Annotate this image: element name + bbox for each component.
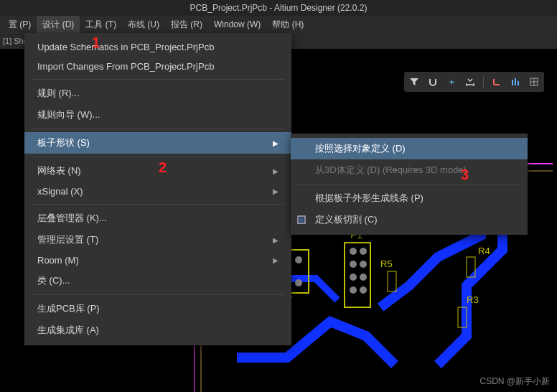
board-shape-submenu: 按照选择对象定义 (D) 从3D体定义 (D) (Requires 3D mod… (291, 134, 528, 235)
submenu-define-from-selected[interactable]: 按照选择对象定义 (D) (291, 138, 528, 159)
menu-separator (32, 204, 284, 205)
submenu-arrow-icon: ▶ (273, 236, 278, 244)
design-menu-dropdown: Update Schematics in PCB_Project.PrjPcb … (24, 33, 291, 345)
menu-reports[interactable]: 报告 (R) (165, 16, 208, 34)
grid-icon[interactable] (528, 76, 540, 88)
submenu-arrow-icon: ▶ (273, 187, 278, 195)
menu-make-int-lib[interactable]: 生成集成库 (A) (24, 319, 291, 341)
submenu-arrow-icon: ▶ (273, 167, 278, 175)
toolbar-separator (483, 76, 484, 88)
svg-point-16 (360, 286, 367, 294)
filter-icon[interactable] (408, 76, 420, 88)
menu-separator (32, 157, 284, 157)
svg-point-11 (350, 261, 357, 268)
menu-room[interactable]: Room (M)▶ (24, 251, 291, 270)
menu-layer-settings[interactable]: 管理层设置 (T)▶ (24, 229, 291, 251)
menu-tools[interactable]: 工具 (T) (80, 16, 122, 34)
menu-help[interactable]: 帮助 (H) (266, 16, 309, 34)
menu-separator (298, 184, 520, 185)
submenu-define-from-3d: 从3D体定义 (D) (Requires 3D mode) (291, 159, 528, 181)
svg-text:R5: R5 (380, 258, 393, 269)
svg-point-14 (360, 274, 367, 281)
menu-place[interactable]: 置 (P) (3, 16, 37, 34)
menu-separator (32, 129, 284, 129)
snap-icon[interactable] (427, 76, 439, 88)
svg-point-19 (295, 256, 302, 263)
menu-import-changes[interactable]: Import Changes From PCB_Project.PrjPcb (24, 57, 291, 76)
menu-netlist[interactable]: 网络表 (N)▶ (24, 160, 291, 182)
menu-bar: 置 (P) 设计 (D) 工具 (T) 布线 (U) 报告 (R) Window… (0, 16, 557, 33)
menu-xsignal[interactable]: xSignal (X)▶ (24, 182, 291, 201)
svg-rect-22 (388, 271, 396, 291)
dimension-icon[interactable] (464, 76, 476, 88)
svg-text:R3: R3 (467, 294, 479, 305)
menu-update-schematics[interactable]: Update Schematics in PCB_Project.PrjPcb (24, 37, 291, 57)
menu-separator (32, 294, 284, 295)
plus-icon[interactable]: ＋ (446, 76, 457, 88)
menu-make-pcb-lib[interactable]: 生成PCB库 (P) (24, 298, 291, 319)
columns-icon[interactable] (510, 76, 521, 88)
svg-point-9 (350, 248, 357, 255)
submenu-arrow-icon: ▶ (273, 139, 278, 147)
axes-icon[interactable] (491, 76, 502, 88)
submenu-define-cutout[interactable]: 定义板切割 (C) (291, 209, 528, 230)
window-title: PCB_Project.PrjPcb - Altium Designer (22… (190, 3, 368, 13)
svg-rect-33 (515, 78, 516, 85)
menu-separator (32, 79, 284, 80)
submenu-create-primitives[interactable]: 根据板子外形生成线条 (P) (291, 187, 528, 209)
menu-board-shape[interactable]: 板子形状 (S)▶ (24, 132, 291, 154)
menu-classes[interactable]: 类 (C)... (24, 270, 291, 291)
svg-point-15 (350, 286, 357, 294)
menu-design[interactable]: 设计 (D) (37, 16, 80, 34)
svg-point-10 (360, 248, 367, 255)
menu-route[interactable]: 布线 (U) (122, 16, 165, 34)
svg-point-12 (360, 261, 367, 268)
svg-text:R4: R4 (478, 246, 490, 256)
svg-point-13 (350, 274, 357, 281)
cutout-icon (296, 215, 306, 225)
title-bar: PCB_Project.PrjPcb - Altium Designer (22… (0, 0, 557, 16)
svg-rect-39 (299, 218, 304, 222)
submenu-arrow-icon: ▶ (273, 256, 278, 264)
svg-point-21 (295, 279, 302, 286)
view-toolbar: ＋ (404, 72, 544, 92)
menu-rules[interactable]: 规则 (R)... (24, 83, 291, 104)
menu-layer-manager[interactable]: 层叠管理器 (K)... (24, 207, 291, 229)
svg-rect-32 (512, 80, 513, 85)
svg-rect-34 (518, 81, 519, 85)
menu-rule-wizard[interactable]: 规则向导 (W)... (24, 104, 291, 126)
menu-window[interactable]: Window (W) (208, 17, 266, 32)
